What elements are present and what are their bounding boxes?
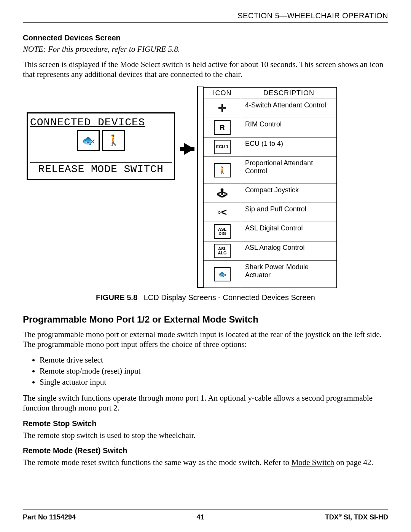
proportional-attendant-icon: 🚶 xyxy=(214,163,231,177)
icon-cell: 🕹 xyxy=(204,184,241,203)
icon-cell: 🚶 xyxy=(204,157,241,184)
mono-port-paragraph-2: The single switch functions operate thro… xyxy=(23,393,388,413)
icon-cell: ◦< xyxy=(204,203,241,222)
lcd-screen: CONNECTED DEVICES 🐟 🚶 RELEASE MODE SWITC… xyxy=(27,112,175,180)
description-cell: 4-Switch Attendant Control xyxy=(241,99,337,118)
rim-control-icon: R xyxy=(214,120,231,135)
figure-caption-text: LCD Display Screens - Connected Devices … xyxy=(144,293,315,302)
figure-5-8-content: CONNECTED DEVICES 🐟 🚶 RELEASE MODE SWITC… xyxy=(23,86,388,288)
description-cell: Proportional Attendant Control xyxy=(241,157,337,184)
table-row: 🚶Proportional Attendant Control xyxy=(204,157,337,184)
footer-part-number: Part No 1154294 xyxy=(23,513,76,521)
procedure-note: NOTE: For this procedure, refer to FIGUR… xyxy=(23,45,388,54)
ecu-icon: ECU 1 xyxy=(214,140,231,154)
asl-digital-icon: ASL DIG xyxy=(214,224,231,239)
lcd-attendant-icon: 🚶 xyxy=(102,130,125,151)
icon-cell: ECU 1 xyxy=(204,137,241,157)
table-row: 🐟Shark Power Module Actuator xyxy=(204,260,337,288)
compact-joystick-icon: 🕹 xyxy=(215,187,230,200)
remote-mode-reset-paragraph: The remote mode reset switch functions t… xyxy=(23,457,388,467)
four-switch-attendant-icon: ✛ xyxy=(215,102,230,115)
table-row: ASL ALGASL Analog Control xyxy=(204,241,337,260)
page-footer: Part No 1154294 41 TDX® SI, TDX SI-HD xyxy=(23,510,388,521)
shark-power-module-icon: 🐟 xyxy=(214,267,231,281)
description-cell: Shark Power Module Actuator xyxy=(241,260,337,288)
icon-cell: R xyxy=(204,118,241,137)
connected-devices-heading: Connected Devices Screen xyxy=(23,34,388,42)
lcd-title: CONNECTED DEVICES xyxy=(30,117,172,128)
list-item: Single actuator input xyxy=(40,377,388,387)
remote-mode-reset-heading: Remote Mode (Reset) Switch xyxy=(23,446,388,455)
table-row: 🕹Compact Joystick xyxy=(204,184,337,203)
curly-bracket-icon xyxy=(197,86,204,288)
footer-model: TDX® SI, TDX SI-HD xyxy=(325,513,388,521)
footer-page-number: 41 xyxy=(196,513,204,521)
arrow-right-icon xyxy=(184,143,194,155)
remote-stop-switch-heading: Remote Stop Switch xyxy=(23,419,388,428)
description-cell: Compact Joystick xyxy=(241,184,337,203)
lcd-footer-text: RELEASE MODE SWITCH xyxy=(30,162,172,175)
figure-caption: FIGURE 5.8 LCD Display Screens - Connect… xyxy=(23,293,388,302)
description-cell: RIM Control xyxy=(241,118,337,137)
figure-number: FIGURE 5.8 xyxy=(96,293,137,302)
description-cell: ECU (1 to 4) xyxy=(241,137,337,157)
table-row: ECU 1ECU (1 to 4) xyxy=(204,137,337,157)
remote-stop-switch-paragraph: The remote stop switch is used to stop t… xyxy=(23,430,388,440)
icon-cell: ASL ALG xyxy=(204,241,241,260)
icon-cell: ✛ xyxy=(204,99,241,118)
intro-paragraph: This screen is displayed if the Mode Sel… xyxy=(23,59,388,80)
mode-switch-link[interactable]: Mode Switch xyxy=(292,458,335,467)
description-cell: ASL Digital Control xyxy=(241,222,337,241)
list-item: Remote drive select xyxy=(40,355,388,365)
section-header: SECTION 5—WHEELCHAIR OPERATION xyxy=(23,11,388,23)
list-item: Remote stop/mode (reset) input xyxy=(40,366,388,376)
table-row: RRIM Control xyxy=(204,118,337,137)
lcd-shark-icon: 🐟 xyxy=(77,130,100,151)
mono-port-options-list: Remote drive selectRemote stop/mode (res… xyxy=(32,355,388,387)
description-cell: Sip and Puff Control xyxy=(241,203,337,222)
description-cell: ASL Analog Control xyxy=(241,241,337,260)
table-row: ◦<Sip and Puff Control xyxy=(204,203,337,222)
asl-analog-icon: ASL ALG xyxy=(214,244,231,258)
table-row: ✛4-Switch Attendant Control xyxy=(204,99,337,118)
table-header-description: DESCRIPTION xyxy=(241,87,337,99)
mono-port-paragraph-1: The programmable mono port or external m… xyxy=(23,329,388,350)
table-row: ASL DIGASL Digital Control xyxy=(204,222,337,241)
sip-puff-icon: ◦< xyxy=(215,206,230,219)
icon-description-table: ICON DESCRIPTION ✛4-Switch Attendant Con… xyxy=(203,87,337,288)
programmable-mono-port-heading: Programmable Mono Port 1/2 or External M… xyxy=(23,314,388,325)
icon-cell: ASL DIG xyxy=(204,222,241,241)
icon-cell: 🐟 xyxy=(204,260,241,288)
table-header-icon: ICON xyxy=(204,87,241,99)
